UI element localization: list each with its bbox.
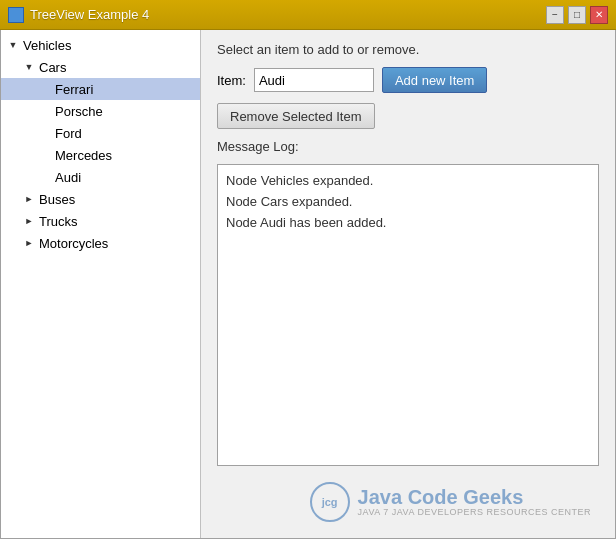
tree-toggle-ferrari (37, 81, 53, 97)
tree-toggle-mercedes (37, 147, 53, 163)
instruction-text: Select an item to add to or remove. (217, 42, 599, 57)
tree-label-buses: Buses (37, 192, 75, 207)
message-log: Node Vehicles expanded.Node Cars expande… (217, 164, 599, 466)
tree-toggle-cars: ▼ (21, 59, 37, 75)
watermark-brand-big: Java Code Geeks (358, 487, 591, 507)
tree-toggle-buses: ► (21, 191, 37, 207)
tree-item-vehicles[interactable]: ▼Vehicles (1, 34, 200, 56)
remove-row: Remove Selected Item (217, 103, 599, 129)
tree-panel: ▼Vehicles▼CarsFerrariPorscheFordMercedes… (1, 30, 201, 538)
tree-label-mercedes: Mercedes (53, 148, 112, 163)
item-label: Item: (217, 73, 246, 88)
tree-item-buses[interactable]: ►Buses (1, 188, 200, 210)
tree-item-audi[interactable]: Audi (1, 166, 200, 188)
tree-label-trucks: Trucks (37, 214, 78, 229)
log-line: Node Cars expanded. (226, 192, 590, 213)
tree-item-ford[interactable]: Ford (1, 122, 200, 144)
item-input[interactable] (254, 68, 374, 92)
message-log-label: Message Log: (217, 139, 599, 154)
minimize-button[interactable]: − (546, 6, 564, 24)
watermark-circle-text: jcg (322, 496, 338, 508)
tree-toggle-audi (37, 169, 53, 185)
main-container: ▼Vehicles▼CarsFerrariPorscheFordMercedes… (0, 30, 616, 539)
tree-label-porsche: Porsche (53, 104, 103, 119)
add-new-item-button[interactable]: Add new Item (382, 67, 488, 93)
tree-label-motorcycles: Motorcycles (37, 236, 108, 251)
tree-item-cars[interactable]: ▼Cars (1, 56, 200, 78)
tree-item-porsche[interactable]: Porsche (1, 100, 200, 122)
tree-toggle-vehicles: ▼ (5, 37, 21, 53)
tree-toggle-ford (37, 125, 53, 141)
title-bar: TreeView Example 4 − □ ✕ (0, 0, 616, 30)
tree-label-ford: Ford (53, 126, 82, 141)
tree-label-vehicles: Vehicles (21, 38, 71, 53)
watermark: jcg Java Code Geeks Java 7 Java Develope… (217, 476, 599, 526)
title-bar-left: TreeView Example 4 (8, 7, 149, 23)
log-line: Node Audi has been added. (226, 213, 590, 234)
tree-toggle-motorcycles: ► (21, 235, 37, 251)
tree-toggle-trucks: ► (21, 213, 37, 229)
title-bar-controls: − □ ✕ (546, 6, 608, 24)
tree-label-audi: Audi (53, 170, 81, 185)
tree-item-mercedes[interactable]: Mercedes (1, 144, 200, 166)
watermark-brand-small: Java 7 Java Developers Resources Center (358, 507, 591, 517)
tree-toggle-porsche (37, 103, 53, 119)
remove-selected-item-button[interactable]: Remove Selected Item (217, 103, 375, 129)
log-line: Node Vehicles expanded. (226, 171, 590, 192)
watermark-logo: jcg (310, 482, 350, 522)
watermark-text-group: Java Code Geeks Java 7 Java Developers R… (358, 487, 591, 517)
tree-item-trucks[interactable]: ►Trucks (1, 210, 200, 232)
app-icon (8, 7, 24, 23)
maximize-button[interactable]: □ (568, 6, 586, 24)
item-row: Item: Add new Item (217, 67, 599, 93)
tree-label-cars: Cars (37, 60, 66, 75)
tree-item-motorcycles[interactable]: ►Motorcycles (1, 232, 200, 254)
right-panel: Select an item to add to or remove. Item… (201, 30, 615, 538)
close-button[interactable]: ✕ (590, 6, 608, 24)
window-title: TreeView Example 4 (30, 7, 149, 22)
tree-label-ferrari: Ferrari (53, 82, 93, 97)
tree-item-ferrari[interactable]: Ferrari (1, 78, 200, 100)
